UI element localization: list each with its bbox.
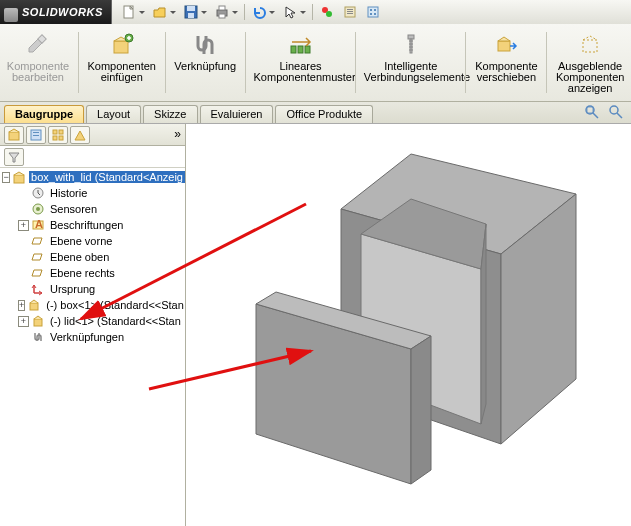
filter-button[interactable]	[4, 148, 24, 166]
smart-fasteners-button[interactable]: Intelligente Verbindungselemente	[358, 28, 463, 101]
expand-spacer	[18, 268, 29, 279]
svg-rect-11	[347, 11, 353, 12]
mates-folder-icon	[31, 330, 45, 344]
command-manager-tabs: Baugruppe Layout Skizze Evaluieren Offic…	[0, 102, 631, 124]
move-component-label: Komponente verschieben	[475, 61, 537, 83]
rebuild-button[interactable]	[316, 2, 338, 22]
svg-marker-55	[411, 336, 431, 484]
open-button[interactable]	[149, 2, 171, 22]
model-render	[186, 124, 631, 526]
expand-toggle[interactable]: −	[2, 172, 10, 183]
new-button[interactable]	[118, 2, 140, 22]
tab-sketch[interactable]: Skizze	[143, 105, 197, 123]
svg-rect-38	[59, 136, 63, 140]
tree-right-plane[interactable]: Ebene rechts	[0, 265, 185, 281]
part-icon	[27, 298, 41, 312]
feature-manager-pane: » − box_with_lid (Standard<Anzeig Histor…	[0, 124, 186, 526]
svg-rect-33	[33, 132, 39, 133]
tree-front-plane-label: Ebene vorne	[48, 235, 114, 247]
tree-origin[interactable]: Ursprung	[0, 281, 185, 297]
part-icon	[31, 314, 45, 328]
mate-icon	[191, 31, 219, 59]
quick-access-toolbar	[111, 0, 631, 24]
history-icon	[31, 186, 45, 200]
expand-spacer	[18, 236, 29, 247]
dimxpert-manager-tab[interactable]	[70, 126, 90, 144]
smart-fasteners-icon	[397, 31, 425, 59]
config-manager-tab[interactable]	[48, 126, 68, 144]
insert-component-icon	[108, 31, 136, 59]
tree-mates[interactable]: Verknüpfungen	[0, 329, 185, 345]
insert-component-button[interactable]: Komponenten einfügen	[81, 28, 163, 101]
tree-root[interactable]: − box_with_lid (Standard<Anzeig	[0, 169, 185, 185]
tree-part-box[interactable]: + (-) box<1> (Standard<<Stan	[0, 297, 185, 313]
svg-rect-45	[30, 303, 38, 310]
svg-rect-22	[298, 46, 303, 53]
pane-expand-button[interactable]: »	[174, 127, 181, 141]
tree-annotations[interactable]: + A Beschriftungen	[0, 217, 185, 233]
show-hidden-button[interactable]: Ausgeblende Komponenten anzeigen	[549, 28, 631, 101]
feature-manager-tab[interactable]	[4, 126, 24, 144]
insert-component-label: Komponenten einfügen	[87, 61, 156, 83]
svg-rect-17	[374, 13, 376, 15]
doc-options-button[interactable]	[339, 2, 361, 22]
select-button[interactable]	[279, 2, 301, 22]
mate-button[interactable]: Verknüpfung	[167, 28, 242, 101]
save-button[interactable]	[180, 2, 202, 22]
ribbon: Komponente bearbeiten Komponenten einfüg…	[0, 24, 631, 102]
show-hidden-label: Ausgeblende Komponenten anzeigen	[556, 61, 625, 94]
expand-toggle[interactable]: +	[18, 300, 25, 311]
svg-rect-23	[305, 46, 310, 53]
sensors-icon	[31, 202, 45, 216]
undo-button[interactable]	[248, 2, 270, 22]
svg-rect-14	[370, 9, 372, 11]
linear-pattern-button[interactable]: Lineares Komponentenmuster	[248, 28, 353, 101]
zoom-area-button[interactable]	[607, 103, 625, 121]
graphics-viewport[interactable]	[186, 124, 631, 526]
property-manager-tab[interactable]	[26, 126, 46, 144]
svg-rect-16	[370, 13, 372, 15]
tree-root-label: box_with_lid (Standard<Anzeig	[29, 171, 185, 183]
expand-toggle[interactable]: +	[18, 316, 29, 327]
ribbon-sep-5	[465, 32, 466, 93]
svg-rect-34	[33, 135, 39, 136]
mate-label: Verknüpfung	[174, 61, 236, 72]
expand-toggle[interactable]: +	[18, 220, 29, 231]
options-button[interactable]	[362, 2, 384, 22]
edit-component-button[interactable]: Komponente bearbeiten	[0, 28, 76, 101]
print-button[interactable]	[211, 2, 233, 22]
svg-rect-6	[219, 14, 225, 18]
tab-office[interactable]: Office Produkte	[275, 105, 373, 123]
plane-icon	[31, 250, 45, 264]
tree-front-plane[interactable]: Ebene vorne	[0, 233, 185, 249]
svg-point-8	[326, 11, 332, 17]
svg-rect-39	[14, 175, 24, 183]
tree-mates-label: Verknüpfungen	[48, 331, 126, 343]
svg-rect-10	[347, 9, 353, 10]
tree-top-plane[interactable]: Ebene oben	[0, 249, 185, 265]
tab-assembly[interactable]: Baugruppe	[4, 105, 84, 123]
annotations-icon: A	[31, 218, 45, 232]
svg-text:A: A	[35, 218, 43, 230]
tab-evaluate[interactable]: Evaluieren	[200, 105, 274, 123]
svg-rect-36	[59, 130, 63, 134]
expand-spacer	[18, 332, 29, 343]
tab-layout[interactable]: Layout	[86, 105, 141, 123]
qat-separator-1	[244, 4, 245, 20]
expand-spacer	[18, 284, 29, 295]
svg-rect-5	[219, 6, 225, 10]
origin-icon	[31, 282, 45, 296]
zoom-fit-button[interactable]	[583, 103, 601, 121]
expand-spacer	[18, 252, 29, 263]
svg-point-30	[610, 106, 618, 114]
smart-fasteners-label: Intelligente Verbindungselemente	[364, 61, 458, 83]
tree-history[interactable]: Historie	[0, 185, 185, 201]
tree-part-lid[interactable]: + (-) lid<1> (Standard<<Stan	[0, 313, 185, 329]
svg-rect-15	[374, 9, 376, 11]
move-component-button[interactable]: Komponente verschieben	[468, 28, 544, 101]
tree-sensors[interactable]: Sensoren	[0, 201, 185, 217]
ribbon-sep-3	[245, 32, 246, 93]
show-hidden-icon	[576, 31, 604, 59]
tree-top-plane-label: Ebene oben	[48, 251, 111, 263]
svg-rect-46	[34, 319, 42, 326]
